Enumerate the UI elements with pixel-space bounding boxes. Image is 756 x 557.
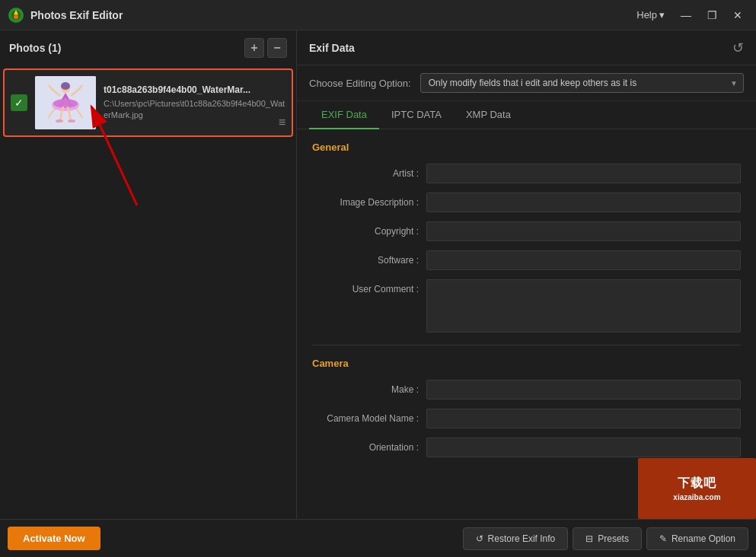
left-panel: Photos (1) + − ✓ (0, 30, 297, 519)
editing-option-row: Choose Editing Option: Only modify field… (297, 65, 756, 101)
software-label: Software : (312, 250, 419, 266)
exif-data-title: Exif Data (309, 42, 355, 54)
refresh-icon[interactable]: ↺ (732, 40, 744, 56)
presets-label: Presets (598, 533, 629, 544)
panel-header: Photos (1) + − (0, 30, 296, 65)
tab-iptc-data[interactable]: IPTC DATA (379, 101, 454, 129)
close-button[interactable]: ✕ (727, 7, 748, 24)
svg-point-10 (68, 119, 75, 123)
image-description-field-row: Image Description : (312, 193, 741, 212)
camera-section-title: Camera (312, 358, 741, 369)
title-bar-right: Help ▾ — ❐ ✕ (630, 7, 748, 24)
add-photo-button[interactable]: + (244, 38, 264, 58)
maximize-button[interactable]: ❐ (701, 7, 723, 24)
software-field-row: Software : (312, 250, 741, 270)
camera-model-input[interactable] (426, 409, 741, 428)
software-input[interactable] (426, 250, 741, 270)
restore-icon: ↺ (476, 533, 483, 544)
photo-thumbnail (35, 76, 96, 129)
make-input[interactable] (426, 380, 741, 399)
user-comment-textarea[interactable] (426, 279, 741, 333)
photo-menu-icon[interactable]: ≡ (279, 116, 285, 129)
right-panel: Exif Data ↺ Choose Editing Option: Only … (297, 30, 756, 519)
artist-field-row: Artist : (312, 164, 741, 183)
app-icon (8, 7, 24, 24)
user-comment-field-row: User Comment : (312, 279, 741, 333)
image-description-label: Image Description : (312, 193, 419, 208)
title-bar-left: Photos Exif Editor (8, 7, 123, 24)
help-button[interactable]: Help ▾ (630, 8, 671, 22)
svg-point-6 (53, 99, 78, 108)
photo-name: t01c88a263b9f4e4b00_WaterMar... (104, 84, 285, 95)
right-header: Exif Data ↺ (297, 30, 756, 65)
copyright-field-row: Copyright : (312, 221, 741, 241)
general-section-title: General (312, 142, 741, 153)
svg-point-11 (61, 82, 70, 90)
orientation-label: Orientation : (312, 438, 419, 453)
watermark-line1: 下载吧 (678, 476, 716, 492)
copyright-input[interactable] (426, 221, 741, 241)
artist-label: Artist : (312, 164, 419, 179)
restore-exif-info-button[interactable]: ↺ Restore Exif Info (463, 527, 569, 550)
photo-path: C:\Users\pc\Pictures\t01c88a263b9f4e4b00… (104, 98, 285, 122)
editing-option-label: Choose Editing Option: (309, 78, 411, 89)
editing-option-select-wrapper: Only modify fields that i edit and keep … (420, 73, 744, 93)
tab-xmp-data[interactable]: XMP Data (454, 101, 523, 129)
ballerina-image (35, 76, 96, 129)
restore-label: Restore Exif Info (488, 533, 556, 544)
watermark-overlay: 下载吧 xiazaiba.com (638, 458, 756, 519)
rename-icon: ✎ (659, 533, 667, 544)
make-field-row: Make : (312, 380, 741, 399)
rename-option-button[interactable]: ✎ Rename Option (646, 527, 748, 550)
chevron-down-icon: ▾ (659, 9, 665, 21)
presets-icon: ⊟ (585, 533, 593, 544)
title-bar: Photos Exif Editor Help ▾ — ❐ ✕ (0, 0, 756, 30)
activate-now-button[interactable]: Activate Now (8, 527, 100, 550)
app-title: Photos Exif Editor (30, 9, 123, 21)
svg-point-2 (14, 14, 18, 19)
presets-button[interactable]: ⊟ Presets (573, 527, 642, 550)
photos-panel-title: Photos (1) (9, 42, 61, 54)
section-divider (312, 345, 741, 345)
main-layout: Photos (1) + − ✓ (0, 30, 756, 519)
photo-item[interactable]: ✓ (3, 68, 293, 137)
minimize-button[interactable]: — (675, 7, 697, 24)
help-label: Help (636, 9, 657, 21)
photo-info: t01c88a263b9f4e4b00_WaterMar... C:\Users… (104, 84, 285, 122)
image-description-input[interactable] (426, 193, 741, 212)
svg-point-9 (56, 119, 63, 123)
make-label: Make : (312, 380, 419, 395)
tabs-row: EXIF Data IPTC DATA XMP Data (297, 101, 756, 129)
rename-label: Rename Option (671, 533, 735, 544)
editing-option-select[interactable]: Only modify fields that i edit and keep … (420, 73, 744, 93)
watermark-line2: xiazaiba.com (673, 493, 720, 501)
panel-actions: + − (244, 38, 287, 58)
copyright-label: Copyright : (312, 221, 419, 237)
user-comment-label: User Comment : (312, 279, 419, 294)
bottom-actions: ↺ Restore Exif Info ⊟ Presets ✎ Rename O… (463, 527, 748, 550)
orientation-field-row: Orientation : (312, 438, 741, 457)
orientation-input[interactable] (426, 438, 741, 457)
bottom-bar: Activate Now ↺ Restore Exif Info ⊟ Prese… (0, 519, 756, 557)
camera-model-label: Camera Model Name : (312, 409, 419, 424)
tab-exif-data[interactable]: EXIF Data (309, 101, 379, 129)
remove-photo-button[interactable]: − (267, 38, 287, 58)
camera-model-field-row: Camera Model Name : (312, 409, 741, 428)
artist-input[interactable] (426, 164, 741, 183)
photo-checkbox[interactable]: ✓ (11, 94, 27, 111)
photo-list: ✓ (0, 65, 296, 519)
